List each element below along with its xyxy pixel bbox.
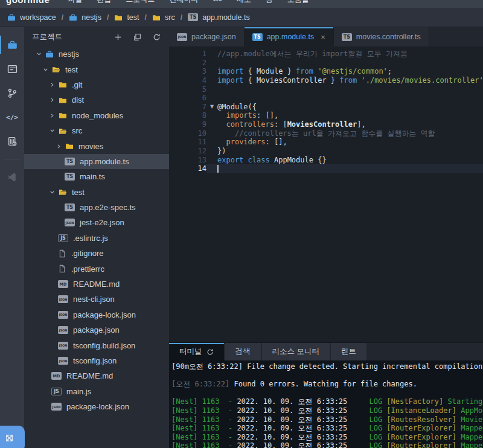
activity-panel-icon[interactable] [0, 57, 24, 81]
tree-item-label: src [72, 126, 82, 135]
breadcrumb-item-test[interactable]: test [114, 13, 139, 22]
terminal-text: LOG [369, 441, 386, 448]
activity-vscode-dim-icon[interactable] [0, 165, 24, 189]
editor-tab-app.module.ts[interactable]: TSapp.module.ts× [245, 27, 334, 46]
tree-item-label: movies [78, 142, 103, 151]
terminal-text: [Nest] 1163 - [171, 441, 237, 448]
tree-item-main.ts[interactable]: TSmain.ts [24, 169, 169, 184]
token: } [283, 67, 296, 75]
editor-tab-label: package.json [191, 33, 236, 41]
tree-item-node_modules[interactable]: node_modules [24, 108, 169, 123]
tree-item-src[interactable]: src [24, 123, 169, 138]
breadcrumb-item-nestjs[interactable]: nestjs [69, 13, 101, 22]
terminal-tab-label: 검색 [235, 347, 251, 357]
terminal-tab-터미널[interactable]: 터미널 [169, 343, 225, 360]
terminal-text: [Nest] 1163 - [171, 415, 237, 424]
activity-code-icon[interactable]: </> [0, 105, 24, 129]
tree-item-package-lock.json[interactable]: JSONpackage-lock.json [24, 399, 169, 414]
token: } [327, 76, 340, 85]
tree-item-main.js[interactable]: JSmain.js [24, 384, 169, 399]
tree-item-label: node_modules [72, 111, 123, 120]
code-line-text: import { MoviesController } from './movi… [217, 76, 483, 85]
explorer-panel: 프로젝트 nestjstest.gitdistnode_modulessrcmo… [24, 27, 169, 448]
breadcrumb-item-workspace[interactable]: workspace [7, 13, 56, 22]
terminal-text: 2022. 10. 09. 오전 6:33:25 [237, 397, 369, 406]
line-number: 6 [169, 94, 206, 103]
menu-item-창[interactable]: 창 [266, 0, 273, 5]
breadcrumb-item-app.module.ts[interactable]: TSapp.module.ts [188, 13, 250, 22]
activity-workspace-icon[interactable] [0, 33, 24, 57]
line-number: 8 [169, 111, 206, 120]
terminal-tab-린트[interactable]: 린트 [331, 343, 368, 360]
breadcrumb-label: test [127, 13, 139, 22]
line-number: 14 [169, 164, 206, 173]
activity-git-branch-icon[interactable] [0, 81, 24, 105]
refresh-icon[interactable] [153, 33, 161, 41]
token: import [217, 76, 243, 85]
tree-item-.gitignore[interactable]: .gitignore [24, 246, 169, 261]
tree-item-dist[interactable]: dist [24, 92, 169, 107]
add-icon[interactable] [114, 33, 122, 41]
tree-item-README.md[interactable]: MDREADME.md [24, 277, 169, 292]
line-number: 3 [169, 67, 206, 76]
terminal-line: [Nest] 1163 - 2022. 10. 09. 오전 6:33:25 L… [171, 424, 483, 433]
close-tab-icon[interactable]: × [321, 33, 325, 42]
tree-item-tsconfig.build.json[interactable]: JSONtsconfig.build.json [24, 338, 169, 353]
menu-item-배포[interactable]: 배포 [237, 0, 251, 5]
tree-item-.git[interactable]: .git [24, 77, 169, 92]
code-editor[interactable]: 1//app.module에서는 우리가 import할걸 모두 가져옴23im… [169, 46, 483, 342]
tree-item-.prettierrc[interactable]: .prettierrc [24, 261, 169, 276]
editor-area: JSONpackage.jsonTSapp.module.ts×TSmovies… [169, 27, 483, 448]
token: '@nestjs/common' [318, 67, 388, 75]
menu-item-Git[interactable]: Git [213, 0, 222, 5]
tree-item-jest-e2e.json[interactable]: JSONjest-e2e.json [24, 215, 169, 230]
menu-item-편집[interactable]: 편집 [97, 0, 111, 5]
tree-item-nestjs[interactable]: nestjs [24, 46, 169, 62]
tree-item-package.json[interactable]: JSONpackage.json [24, 322, 169, 338]
folder-icon [65, 142, 74, 150]
tree-item-tsconfig.json[interactable]: JSONtsconfig.json [24, 353, 169, 368]
chevron-right-icon [56, 144, 65, 149]
editor-tab-package.json[interactable]: JSONpackage.json [169, 27, 245, 46]
collapse-all-icon[interactable] [133, 33, 141, 41]
tree-item-.eslintrc.js[interactable]: JS.eslintrc.js [24, 231, 169, 246]
tree-item-test[interactable]: test [24, 185, 169, 200]
fold-arrow-icon: ▼ [206, 103, 217, 112]
tree-item-package-lock.json[interactable]: JSONpackage-lock.json [24, 307, 169, 322]
token: @Module({ [217, 103, 257, 111]
terminal-tab-검색[interactable]: 검색 [225, 343, 262, 360]
tree-item-movies[interactable]: movies [24, 138, 169, 153]
tree-item-label: package-lock.json [73, 310, 136, 319]
tree-item-app.e2e-spec.ts[interactable]: TSapp.e2e-spec.ts [24, 200, 169, 215]
menu-item-프로젝트[interactable]: 프로젝트 [126, 0, 155, 5]
terminal-output[interactable]: [90m오전 6:33:22] File change detected. St… [169, 360, 483, 448]
line-number: 7 [169, 103, 206, 112]
terminal-line: [Nest] 1163 - 2022. 10. 09. 오전 6:33:25 L… [171, 433, 483, 442]
json-file-icon: JSON [58, 295, 68, 303]
tree-item-README.md[interactable]: MDREADME.md [24, 368, 169, 383]
fold-gutter [206, 156, 217, 165]
menu-item-파일[interactable]: 파일 [68, 0, 82, 5]
terminal-tab-리소스 모니터[interactable]: 리소스 모니터 [262, 343, 331, 360]
menu-item-도움말[interactable]: 도움말 [287, 0, 309, 5]
tree-item-nest-cli.json[interactable]: JSONnest-cli.json [24, 292, 169, 307]
breadcrumb: workspace/nestjs/test/src/TSapp.module.t… [0, 8, 483, 27]
activity-notebook-clip-icon[interactable] [0, 129, 24, 153]
fold-gutter [206, 120, 217, 129]
expand-button[interactable] [0, 426, 25, 448]
terminal-text: [RouterExplorer] [386, 441, 461, 448]
breadcrumb-item-src[interactable]: src [152, 13, 175, 22]
refresh-icon[interactable] [206, 348, 214, 356]
terminal-text: [오전 6:33:22] [171, 380, 229, 388]
tree-item-app.module.ts[interactable]: TSapp.module.ts [24, 154, 169, 169]
menu-item-컨테이너[interactable]: 컨테이너 [169, 0, 198, 5]
editor-tab-movies.controller.ts[interactable]: TSmovies.controller.ts [334, 27, 429, 46]
tree-item-test[interactable]: test [24, 62, 169, 77]
terminal-text: LOG [369, 433, 386, 441]
code-line: 11 providers: [], [169, 138, 483, 147]
token [217, 120, 226, 129]
code-line: 13export class AppModule {} [169, 156, 483, 165]
workspace-icon [45, 50, 54, 59]
json-file-icon: JSON [58, 326, 68, 334]
token: ], [357, 120, 365, 129]
